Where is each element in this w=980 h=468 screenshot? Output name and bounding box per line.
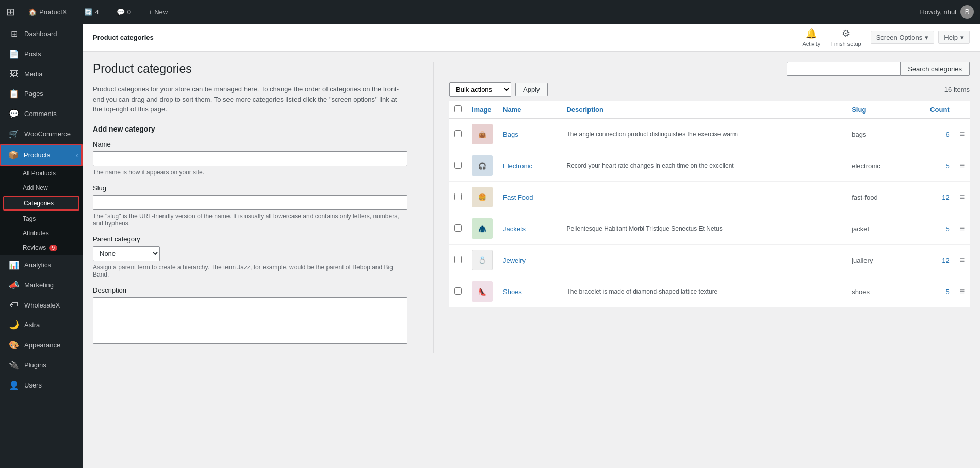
sidebar-item-plugins[interactable]: 🔌 Plugins	[0, 355, 83, 375]
help-label: Help	[944, 34, 958, 41]
row-check-jewelry[interactable]	[454, 256, 462, 263]
row-check-electronic[interactable]	[454, 162, 462, 169]
header-name[interactable]: Name	[498, 101, 561, 119]
electronic-name-link[interactable]: Electronic	[503, 162, 532, 170]
sidebar-label-analytics: Analytics	[24, 261, 51, 269]
admin-bar: ⊞ 🏠 ProductX 🔄 4 💬 0 + New Howdy, rihul …	[0, 0, 980, 24]
row-checkbox-bags[interactable]	[449, 119, 467, 150]
search-input[interactable]	[787, 62, 900, 76]
page-description: Product categories for your store can be…	[93, 84, 407, 115]
electronic-slug: electronic	[852, 162, 880, 170]
sidebar-label-comments: Comments	[24, 110, 57, 118]
table-toolbar: Bulk actions Apply 16 items	[449, 82, 970, 97]
description-textarea[interactable]	[93, 297, 407, 344]
help-chevron: ▾	[960, 34, 964, 41]
sidebar-item-woocommerce[interactable]: 🛒 WooCommerce	[0, 124, 83, 144]
search-button[interactable]: Search categories	[900, 62, 970, 76]
row-handle-electronic[interactable]: ≡	[955, 150, 970, 182]
bulk-actions-select[interactable]: Bulk actions	[449, 82, 511, 97]
slug-input[interactable]	[93, 195, 407, 210]
bags-slug: bags	[852, 131, 866, 138]
row-handle-bags[interactable]: ≡	[955, 119, 970, 150]
activity-button[interactable]: 🔔 Activity	[802, 28, 820, 47]
row-check-jackets[interactable]	[454, 224, 462, 232]
sidebar-item-pages[interactable]: 📋 Pages	[0, 84, 83, 104]
row-handle-shoes[interactable]: ≡	[955, 276, 970, 308]
adminbar-updates[interactable]: 🔄 4	[80, 0, 103, 24]
sidebar-item-products[interactable]: 📦 Products ‹	[0, 144, 83, 166]
jackets-slug: jacket	[852, 225, 869, 233]
row-check-fastfood[interactable]	[454, 193, 462, 200]
jackets-name-link[interactable]: Jackets	[503, 225, 526, 233]
row-name-fastfood[interactable]: Fast Food	[498, 182, 561, 213]
header-checkbox[interactable]	[449, 101, 467, 119]
row-count-bags: 6	[908, 119, 955, 150]
row-count-shoes: 5	[908, 276, 955, 308]
sidebar-item-wholesalex[interactable]: 🏷 WholesaleX	[0, 295, 83, 315]
shoes-name-link[interactable]: Shoes	[503, 288, 522, 296]
row-desc-shoes: The bracelet is made of diamond-shaped l…	[561, 276, 846, 308]
row-handle-jewelry[interactable]: ≡	[955, 245, 970, 276]
main-content: Product categories 🔔 Activity ⚙ Finish s…	[83, 24, 980, 468]
header-count[interactable]: Count	[908, 101, 955, 119]
row-name-shoes[interactable]: Shoes	[498, 276, 561, 308]
sidebar-label-marketing: Marketing	[24, 281, 54, 289]
help-button[interactable]: Help ▾	[938, 31, 970, 44]
row-check-shoes[interactable]	[454, 287, 462, 295]
submenu-categories[interactable]: Categories	[3, 196, 79, 211]
row-slug-fastfood: fast-food	[846, 182, 908, 213]
row-name-electronic[interactable]: Electronic	[498, 150, 561, 182]
sidebar-item-appearance[interactable]: 🎨 Appearance	[0, 335, 83, 355]
row-name-bags[interactable]: Bags	[498, 119, 561, 150]
submenu-tags[interactable]: Tags	[0, 212, 83, 226]
row-checkbox-jewelry[interactable]	[449, 245, 467, 276]
adminbar-new[interactable]: + New	[144, 0, 172, 24]
submenu-all-products[interactable]: All Products	[0, 166, 83, 181]
apply-button[interactable]: Apply	[515, 83, 548, 96]
sidebar-label-appearance: Appearance	[24, 341, 60, 349]
adminbar-comments[interactable]: 💬 0	[112, 0, 135, 24]
header-description[interactable]: Description	[561, 101, 846, 119]
header-handle	[955, 101, 970, 119]
adminbar-howdy[interactable]: Howdy, rihul R	[920, 5, 974, 19]
fastfood-name-link[interactable]: Fast Food	[503, 193, 533, 201]
sidebar-item-marketing[interactable]: 📣 Marketing	[0, 275, 83, 295]
submenu-attributes[interactable]: Attributes	[0, 226, 83, 240]
name-input[interactable]	[93, 151, 407, 166]
submenu-reviews[interactable]: Reviews 9	[0, 240, 83, 255]
bags-name-link[interactable]: Bags	[503, 131, 518, 138]
header-slug[interactable]: Slug	[846, 101, 908, 119]
row-checkbox-fastfood[interactable]	[449, 182, 467, 213]
row-handle-fastfood[interactable]: ≡	[955, 182, 970, 213]
row-handle-jackets[interactable]: ≡	[955, 213, 970, 245]
row-name-jewelry[interactable]: Jewelry	[498, 245, 561, 276]
adminbar-site[interactable]: 🏠 ProductX	[24, 0, 71, 24]
submenu-add-new[interactable]: Add New	[0, 181, 83, 195]
comments-icon: 💬	[9, 109, 19, 119]
row-check-bags[interactable]	[454, 130, 462, 137]
row-image-jewelry: 💍	[467, 245, 498, 276]
wp-logo[interactable]: ⊞	[6, 6, 15, 18]
sidebar-item-dashboard[interactable]: ⊞ Dashboard	[0, 24, 83, 44]
sidebar-item-astra[interactable]: 🌙 Astra	[0, 315, 83, 335]
row-checkbox-shoes[interactable]	[449, 276, 467, 308]
sidebar-item-media[interactable]: 🖼 Media	[0, 64, 83, 84]
sidebar-item-comments[interactable]: 💬 Comments	[0, 104, 83, 124]
jewelry-name-link[interactable]: Jewelry	[503, 256, 526, 264]
sidebar-item-users[interactable]: 👤 Users	[0, 375, 83, 395]
row-checkbox-electronic[interactable]	[449, 150, 467, 182]
row-name-jackets[interactable]: Jackets	[498, 213, 561, 245]
sidebar-item-analytics[interactable]: 📊 Analytics	[0, 255, 83, 275]
items-count: 16 items	[944, 86, 970, 93]
astra-icon: 🌙	[9, 320, 19, 330]
sidebar-item-posts[interactable]: 📄 Posts	[0, 44, 83, 64]
header-image[interactable]: Image	[467, 101, 498, 119]
select-all-checkbox[interactable]	[454, 105, 462, 112]
screen-options-button[interactable]: Screen Options ▾	[871, 31, 935, 44]
row-checkbox-jackets[interactable]	[449, 213, 467, 245]
row-desc-jackets: Pellentesque Habitant Morbi Tristique Se…	[561, 213, 846, 245]
parent-select[interactable]: None	[93, 246, 160, 261]
jewelry-description: —	[566, 256, 573, 264]
fastfood-image: 🍔	[472, 187, 493, 207]
finish-setup-button[interactable]: ⚙ Finish setup	[830, 28, 861, 47]
